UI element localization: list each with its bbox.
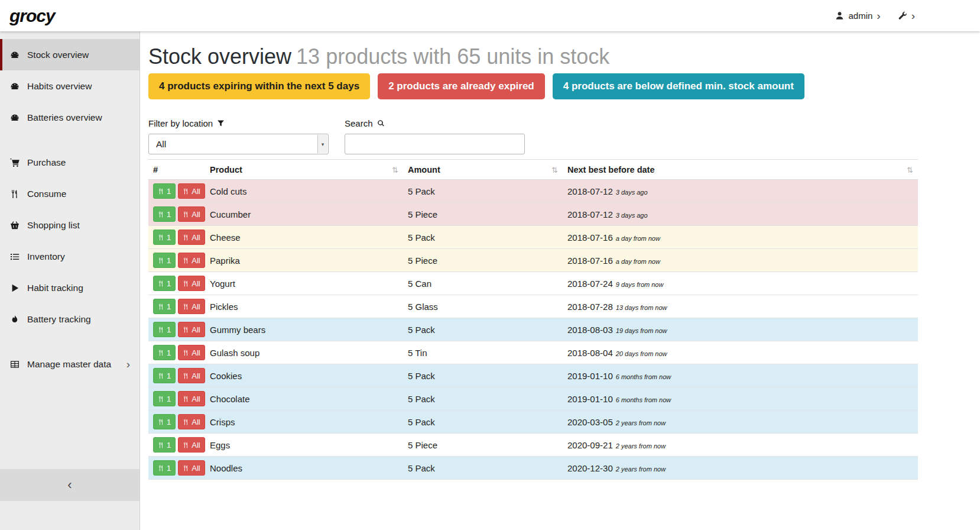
sidebar-item-purchase[interactable]: Purchase (0, 147, 139, 178)
date-value: 2018-07-16 (567, 232, 613, 243)
filter-label: Filter by location (148, 118, 329, 128)
sidebar-item-consume[interactable]: Consume (0, 178, 139, 209)
consume-one-button[interactable]: 1 (153, 437, 176, 453)
status-badge[interactable]: 4 products are below defined min. stock … (553, 73, 804, 99)
consume-all-button[interactable]: All (178, 414, 205, 429)
consume-one-button[interactable]: 1 (153, 368, 176, 383)
row-actions: 1All (148, 203, 205, 226)
product-name: Cookies (205, 364, 403, 387)
list-icon (9, 252, 20, 261)
sidebar-item-label: Consume (27, 189, 66, 199)
product-name: Cheese (205, 226, 403, 249)
date-value: 2020-12-30 (567, 463, 613, 473)
consume-one-button[interactable]: 1 (153, 206, 176, 222)
consume-one-button[interactable]: 1 (153, 253, 176, 268)
consume-all-button[interactable]: All (178, 345, 205, 360)
best-before-date: 2018-07-123 days ago (563, 180, 918, 203)
sidebar-item-habit-tracking[interactable]: Habit tracking (0, 272, 139, 303)
consume-one-button[interactable]: 1 (153, 460, 176, 476)
gauge-icon (9, 113, 20, 122)
consume-one-button[interactable]: 1 (153, 230, 176, 245)
consume-one-button[interactable]: 1 (153, 299, 176, 314)
app-logo[interactable]: grocy (9, 6, 55, 26)
consume-all-button[interactable]: All (178, 391, 205, 406)
consume-one-button[interactable]: 1 (153, 276, 176, 291)
consume-one-button[interactable]: 1 (153, 322, 176, 337)
consume-one-button[interactable]: 1 (153, 183, 176, 199)
consume-all-button[interactable]: All (178, 299, 205, 314)
sidebar-collapse-button[interactable]: ‹ (0, 469, 139, 501)
relative-time: 9 days from now (616, 281, 664, 288)
consume-one-button[interactable]: 1 (153, 414, 176, 429)
utensils-icon (158, 303, 164, 310)
status-badge[interactable]: 4 products expiring within the next 5 da… (148, 73, 370, 99)
user-menu[interactable]: admin › (835, 10, 880, 21)
date-value: 2018-07-24 (567, 279, 613, 289)
best-before-date: 2020-12-302 years from now (563, 457, 918, 480)
chevron-right-icon: › (126, 358, 130, 371)
sidebar-item-label: Habit tracking (27, 283, 83, 293)
relative-time: 6 months from now (616, 373, 671, 380)
location-select[interactable]: All ▾ (148, 134, 329, 154)
status-badges: 4 products expiring within the next 5 da… (148, 73, 918, 99)
consume-all-button[interactable]: All (178, 322, 205, 337)
sidebar-item-manage-master-data[interactable]: Manage master data› (0, 348, 139, 380)
date-value: 2018-07-12 (567, 209, 613, 219)
utensils-icon (183, 442, 189, 448)
sidebar-item-shopping-list[interactable]: Shopping list (0, 209, 139, 241)
product-amount: 5 Piece (403, 203, 563, 226)
table-row: 1AllPickles5 Glass2018-07-2813 days from… (148, 295, 918, 318)
sidebar-item-batteries-overview[interactable]: Batteries overview (0, 102, 139, 133)
date-value: 2018-07-28 (567, 302, 613, 312)
sidebar-item-label: Shopping list (27, 220, 80, 231)
column-header-best-before[interactable]: Next best before date (563, 160, 918, 180)
consume-all-button[interactable]: All (178, 230, 205, 245)
utensils-icon (158, 234, 164, 241)
relative-time: a day from now (616, 235, 660, 242)
consume-all-button[interactable]: All (178, 437, 205, 453)
product-name: Yogurt (205, 272, 403, 295)
row-actions: 1All (148, 434, 205, 457)
consume-all-button[interactable]: All (178, 183, 205, 199)
settings-menu[interactable]: › (898, 10, 915, 21)
sidebar-item-label: Stock overview (27, 50, 89, 60)
consume-all-button[interactable]: All (178, 368, 205, 383)
select-arrow-icon[interactable]: ▾ (317, 135, 327, 153)
utensils-icon (158, 280, 164, 287)
consume-all-button[interactable]: All (178, 253, 205, 268)
status-badge[interactable]: 2 products are already expired (378, 73, 545, 99)
sidebar-item-inventory[interactable]: Inventory (0, 241, 139, 272)
page-subtitle: 13 products with 65 units in stock (296, 44, 609, 69)
sidebar-nav: Stock overviewHabits overviewBatteries o… (0, 39, 139, 380)
relative-time: 3 days ago (616, 189, 648, 196)
search-input[interactable] (345, 134, 525, 154)
relative-time: 2 years from now (616, 419, 666, 426)
consume-one-button[interactable]: 1 (153, 345, 176, 360)
location-select-value: All (156, 139, 166, 150)
gauge-icon (9, 82, 20, 91)
consume-all-button[interactable]: All (178, 276, 205, 291)
sidebar-item-habits-overview[interactable]: Habits overview (0, 70, 139, 102)
product-amount: 5 Piece (403, 249, 563, 272)
column-header-amount[interactable]: Amount (403, 160, 563, 180)
consume-all-button[interactable]: All (178, 460, 205, 476)
column-header-number[interactable]: # (148, 160, 205, 180)
product-amount: 5 Pack (403, 457, 563, 480)
sidebar-item-stock-overview[interactable]: Stock overview (0, 39, 139, 70)
best-before-date: 2020-03-052 years from now (563, 411, 918, 434)
column-header-product[interactable]: Product (205, 160, 403, 180)
chevron-left-icon: ‹ (67, 477, 72, 493)
table-row: 1AllCookies5 Pack2019-01-106 months from… (148, 364, 918, 387)
top-header: grocy admin › › (0, 0, 980, 31)
consume-one-button[interactable]: 1 (153, 391, 176, 406)
sidebar-item-battery-tracking[interactable]: Battery tracking (0, 303, 139, 335)
stock-table: # Product Amount Next best before date 1… (148, 159, 918, 480)
table-row: 1AllCrisps5 Pack2020-03-052 years from n… (148, 411, 918, 434)
best-before-date: 2018-07-16a day from now (563, 249, 918, 272)
search-label: Search (345, 118, 525, 128)
product-name: Eggs (205, 434, 403, 457)
relative-time: a day from now (616, 258, 660, 265)
sidebar-group: PurchaseConsumeShopping listInventoryHab… (0, 147, 139, 335)
product-amount: 5 Pack (403, 180, 563, 203)
consume-all-button[interactable]: All (178, 206, 205, 222)
